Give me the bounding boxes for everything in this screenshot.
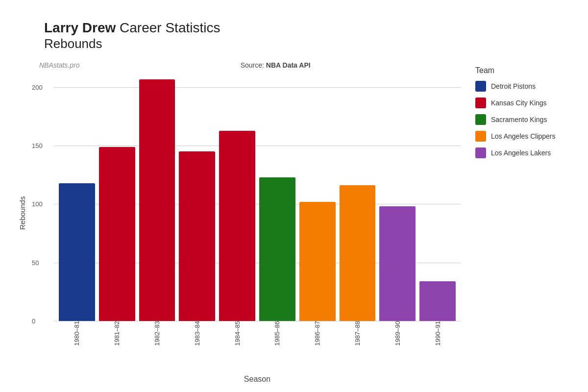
legend: Team Detroit PistonsKansas City KingsSac… bbox=[466, 56, 573, 370]
bar bbox=[179, 151, 215, 320]
bar-group bbox=[299, 76, 336, 321]
subtitle: Rebounds bbox=[44, 36, 573, 51]
source-prefix: Source: bbox=[241, 61, 266, 69]
grid-label: 50 bbox=[32, 259, 39, 266]
legend-item: Los Angeles Lakers bbox=[475, 147, 568, 158]
watermark: NBAstats.pro bbox=[39, 61, 79, 69]
legend-color-box bbox=[475, 147, 486, 158]
bar-group bbox=[340, 76, 376, 321]
x-label-text: 1989–90 bbox=[394, 321, 401, 346]
grid-label: 200 bbox=[32, 84, 43, 91]
bar bbox=[99, 147, 135, 321]
bar-group bbox=[219, 76, 255, 321]
main-title: Larry Drew Career Statistics bbox=[44, 20, 573, 36]
plot-and-legend: NBAstats.pro Source: NBA Data API 050100… bbox=[29, 56, 573, 370]
x-label-text: 1984–85 bbox=[234, 321, 241, 346]
x-label-item: 1982–83 bbox=[139, 321, 175, 365]
x-label-text: 1982–83 bbox=[153, 321, 161, 346]
chart-container: Larry Drew Career Statistics Rebounds Re… bbox=[5, 5, 583, 387]
legend-items: Detroit PistonsKansas City KingsSacramen… bbox=[475, 81, 568, 158]
x-label-text: 1980–81 bbox=[73, 321, 80, 346]
bar bbox=[259, 177, 295, 321]
x-label-text: 1983–84 bbox=[194, 321, 201, 346]
bar bbox=[219, 131, 255, 321]
x-label-item: 1986–87 bbox=[299, 321, 336, 365]
x-label-item: 1983–84 bbox=[179, 321, 215, 365]
bar bbox=[419, 281, 456, 321]
legend-color-box bbox=[475, 131, 486, 142]
grid-label: 150 bbox=[32, 142, 43, 149]
source-bold: NBA Data API bbox=[266, 61, 311, 69]
legend-item: Kansas City Kings bbox=[475, 98, 568, 108]
grid-label: 100 bbox=[32, 200, 43, 208]
bar-group bbox=[139, 76, 175, 321]
bar-group bbox=[259, 76, 295, 321]
legend-color-box bbox=[475, 114, 486, 125]
x-label-text: 1981–82 bbox=[113, 321, 121, 346]
grid-and-bars: 050100150200 bbox=[54, 76, 461, 321]
bar bbox=[139, 79, 175, 321]
legend-item: Los Angeles Clippers bbox=[475, 131, 568, 142]
legend-item: Sacramento Kings bbox=[475, 114, 568, 125]
bar bbox=[379, 206, 416, 320]
x-label-text: 1986–87 bbox=[314, 321, 321, 346]
bar-group bbox=[379, 76, 416, 321]
source-text: Source: NBA Data API bbox=[241, 61, 311, 69]
legend-label: Sacramento Kings bbox=[491, 116, 547, 123]
x-label-item: 1990–91 bbox=[419, 321, 456, 365]
x-label-text: 1985–86 bbox=[273, 321, 281, 346]
chart-area: Rebounds NBAstats.pro Source: NBA Data A… bbox=[15, 56, 573, 370]
title-rest: Career Statistics bbox=[116, 20, 220, 35]
legend-title: Team bbox=[475, 66, 568, 75]
bar-group bbox=[419, 76, 456, 321]
title-bold: Larry Drew bbox=[44, 20, 116, 35]
legend-label: Los Angeles Lakers bbox=[491, 149, 551, 157]
x-labels: 1980–811981–821982–831983–841984–851985–… bbox=[54, 321, 461, 365]
plot-area: NBAstats.pro Source: NBA Data API 050100… bbox=[29, 56, 466, 370]
bar bbox=[59, 183, 95, 321]
legend-label: Kansas City Kings bbox=[491, 99, 547, 107]
x-label-item: 1981–82 bbox=[99, 321, 135, 365]
x-label-text: 1990–91 bbox=[434, 321, 441, 346]
x-label-item: 1989–90 bbox=[379, 321, 416, 365]
x-label-item: 1985–86 bbox=[259, 321, 295, 365]
x-label-item: 1980–81 bbox=[59, 321, 95, 365]
title-area: Larry Drew Career Statistics Rebounds bbox=[15, 20, 573, 51]
bar-group bbox=[59, 76, 95, 321]
grid-label: 0 bbox=[32, 317, 35, 324]
x-label-item: 1984–85 bbox=[219, 321, 255, 365]
bars-wrapper bbox=[54, 76, 461, 321]
legend-item: Detroit Pistons bbox=[475, 81, 568, 92]
x-label-item: 1987–88 bbox=[340, 321, 376, 365]
legend-label: Los Angeles Clippers bbox=[491, 132, 556, 140]
legend-color-box bbox=[475, 81, 486, 92]
bar-group bbox=[179, 76, 215, 321]
y-axis-label: Rebounds bbox=[15, 56, 29, 370]
x-label-text: 1987–88 bbox=[354, 321, 361, 346]
bar-group bbox=[99, 76, 135, 321]
legend-color-box bbox=[475, 98, 486, 108]
legend-label: Detroit Pistons bbox=[491, 82, 536, 90]
bar bbox=[299, 202, 336, 321]
bar bbox=[340, 185, 376, 320]
x-axis-title: Season bbox=[54, 375, 461, 384]
